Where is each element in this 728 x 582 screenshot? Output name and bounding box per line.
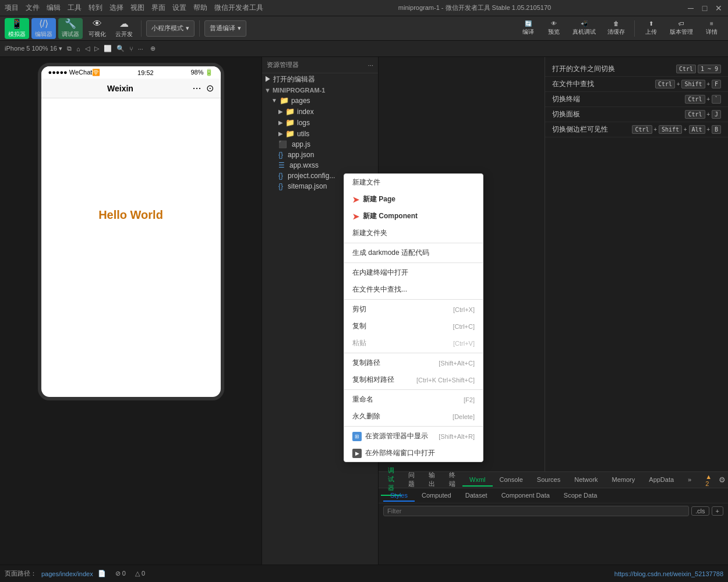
forward-icon[interactable]: ▷ — [94, 45, 99, 52]
shortcut-keys-1: Ctrl 1 ~ 9 — [676, 66, 721, 72]
ctx-new-file[interactable]: 新建文件 — [344, 174, 483, 191]
ctx-delete[interactable]: 永久删除 [Delete] — [344, 408, 483, 425]
phone-nav-camera[interactable]: ⊙ — [206, 83, 214, 94]
file-panel-more[interactable]: ··· — [368, 62, 373, 69]
ctx-rename[interactable]: 重命名 [F2] — [344, 391, 483, 408]
home-icon[interactable]: ⌂ — [76, 45, 80, 52]
sep3 — [634, 20, 635, 37]
expand-arrow-pages: ▼ — [271, 97, 277, 104]
menu-settings[interactable]: 设置 — [172, 3, 186, 13]
debug-tab-output[interactable]: 输出 — [422, 469, 442, 492]
screenshot-icon[interactable]: ⬜ — [104, 45, 112, 52]
search-icon[interactable]: 🔍 — [116, 45, 125, 52]
ctx-new-page[interactable]: ➤ 新建 Page — [344, 191, 483, 208]
tree-item-utils[interactable]: ▶ 📁 utils — [262, 128, 378, 139]
cloud-icon: ☁ — [119, 18, 129, 29]
debugger-button[interactable]: 🔧 调试器 — [58, 18, 83, 39]
ctx-open-external[interactable]: ▶ 在外部终端窗口中打开 — [344, 445, 483, 462]
menu-view[interactable]: 视图 — [130, 3, 144, 13]
add-style-button[interactable]: + — [712, 506, 723, 516]
git-icon[interactable]: ⑂ — [129, 45, 133, 52]
menu-interface[interactable]: 界面 — [151, 3, 165, 13]
csdn-url[interactable]: https://blog.csdn.net/weixin_52137788 — [614, 570, 723, 577]
tree-item-logs[interactable]: ▶ 📁 logs — [262, 117, 378, 128]
ctx-darkmode[interactable]: 生成 darkmode 适配代码 — [344, 244, 483, 261]
ctx-copy-path[interactable]: 复制路径 [Shift+Alt+C] — [344, 354, 483, 371]
ctx-paste[interactable]: 粘贴 [Ctrl+V] — [344, 335, 483, 352]
tree-item-appjs[interactable]: ⬛ app.js — [262, 139, 378, 150]
close-button[interactable]: ✕ — [714, 3, 723, 13]
ctx-new-folder[interactable]: 新建文件夹 — [344, 225, 483, 242]
back-icon[interactable]: ◁ — [85, 45, 90, 52]
ctx-cut[interactable]: 剪切 [Ctrl+X] — [344, 301, 483, 318]
page-path-label: 页面路径： — [5, 569, 37, 578]
subtab-component-data[interactable]: Component Data — [494, 490, 557, 502]
compile-dropdown[interactable]: 普通编译 ▾ — [204, 20, 246, 37]
tree-item-appwxss[interactable]: ☰ app.wxss — [262, 160, 378, 171]
visual-button[interactable]: 👁 可视化 — [85, 18, 109, 39]
rotate-icon[interactable]: ⧉ — [67, 45, 72, 52]
debug-tab-terminal[interactable]: 终端 — [442, 469, 462, 492]
ctx-sep-4 — [344, 353, 483, 353]
editor-icon: ⟨/⟩ — [39, 18, 48, 29]
chevron-down-icon2: ▾ — [238, 24, 241, 32]
editor-button[interactable]: ⟨/⟩ 编辑器 — [31, 18, 56, 39]
menu-tool[interactable]: 工具 — [68, 3, 82, 13]
version-button[interactable]: 🏷 版本管理 — [665, 18, 698, 39]
ctx-new-component[interactable]: ➤ 新建 Component — [344, 208, 483, 225]
clear-cache-button[interactable]: 🗑 清缓存 — [603, 18, 630, 39]
subtab-computed[interactable]: Computed — [415, 490, 458, 502]
simulator-button[interactable]: 📱 模拟器 — [5, 18, 29, 39]
ctx-open-terminal[interactable]: 在内建终端中打开 — [344, 264, 483, 281]
shortcut-keys-5: Ctrl + Shift + Alt + B — [632, 126, 721, 133]
tree-item-appjson[interactable]: {} app.json — [262, 150, 378, 160]
phone-status-bar: ●●●●● WeChat🛜 19:52 98% 🔋 — [41, 66, 221, 79]
more-icon[interactable]: ··· — [138, 45, 143, 52]
tree-item-label-index: index — [297, 108, 314, 116]
tree-item-pages[interactable]: ▼ 📁 pages — [262, 95, 378, 106]
cls-button[interactable]: .cls — [691, 506, 709, 516]
devtools-tab-appdata[interactable]: AppData — [642, 474, 681, 487]
settings-icon[interactable]: ⚙ — [716, 474, 728, 485]
preview-button[interactable]: 👁 预览 — [542, 18, 566, 39]
tree-item-index[interactable]: ▶ 📁 index — [262, 106, 378, 117]
detail-button[interactable]: ≡ 详情 — [700, 18, 723, 39]
menu-file[interactable]: 文件 — [26, 3, 40, 13]
minimize-button[interactable]: ─ — [686, 3, 695, 13]
subtab-scope-data[interactable]: Scope Data — [557, 490, 604, 502]
devtools-tab-more[interactable]: » — [681, 474, 698, 487]
device-selector[interactable]: iPhone 5 100% 16 ▾ — [5, 45, 62, 52]
root-section[interactable]: ▼ MINIPROGRAM-1 — [262, 86, 378, 95]
subtab-dataset[interactable]: Dataset — [458, 490, 494, 502]
compile-button[interactable]: 🔄 编译 — [517, 18, 540, 39]
real-device-button[interactable]: 📲 真机调试 — [568, 18, 600, 39]
ctx-copy-rel-path[interactable]: 复制相对路径 [Ctrl+K Ctrl+Shift+C] — [344, 371, 483, 388]
menu-edit[interactable]: 编辑 — [47, 3, 61, 13]
menu-bar[interactable]: 项目 文件 编辑 工具 转到 选择 视图 界面 设置 帮助 微信开发者工具 — [5, 3, 263, 13]
devtools-tab-wxml[interactable]: Wxml — [462, 474, 493, 487]
ctx-reveal[interactable]: ⊞ 在资源管理器中显示 [Shift+Alt+R] — [344, 428, 483, 445]
devtools-tab-network[interactable]: Network — [567, 474, 605, 487]
menu-select[interactable]: 选择 — [109, 3, 123, 13]
ctx-find-in-dir[interactable]: 在文件夹中查找... — [344, 281, 483, 298]
subtab-styles[interactable]: Styles — [383, 490, 415, 502]
window-controls[interactable]: ─ □ ✕ — [686, 3, 723, 13]
menu-project[interactable]: 项目 — [5, 3, 19, 13]
maximize-button[interactable]: □ — [700, 3, 709, 13]
add-tab-icon[interactable]: ⊕ — [150, 45, 156, 52]
mode-dropdown[interactable]: 小程序模式 ▾ — [146, 20, 195, 37]
devtools-tab-memory[interactable]: Memory — [605, 474, 642, 487]
phone-nav-more[interactable]: ··· — [192, 82, 201, 94]
devtools-tab-sources[interactable]: Sources — [530, 474, 567, 487]
menu-goto[interactable]: 转到 — [89, 3, 103, 13]
menu-wechat[interactable]: 微信开发者工具 — [214, 3, 263, 13]
open-editors-section[interactable]: ▶ 打开的编辑器 — [262, 73, 378, 86]
filter-input[interactable] — [383, 506, 689, 516]
ctx-copy[interactable]: 复制 [Ctrl+C] — [344, 318, 483, 335]
debug-tab-problems[interactable]: 问题 — [401, 469, 422, 492]
devtools-tab-console[interactable]: Console — [493, 474, 530, 487]
menu-help[interactable]: 帮助 — [193, 3, 207, 13]
ctx-shortcut-copy-path: [Shift+Alt+C] — [439, 360, 475, 367]
upload-button[interactable]: ⬆ 上传 — [639, 18, 663, 39]
cloud-button[interactable]: ☁ 云开发 — [112, 18, 136, 39]
